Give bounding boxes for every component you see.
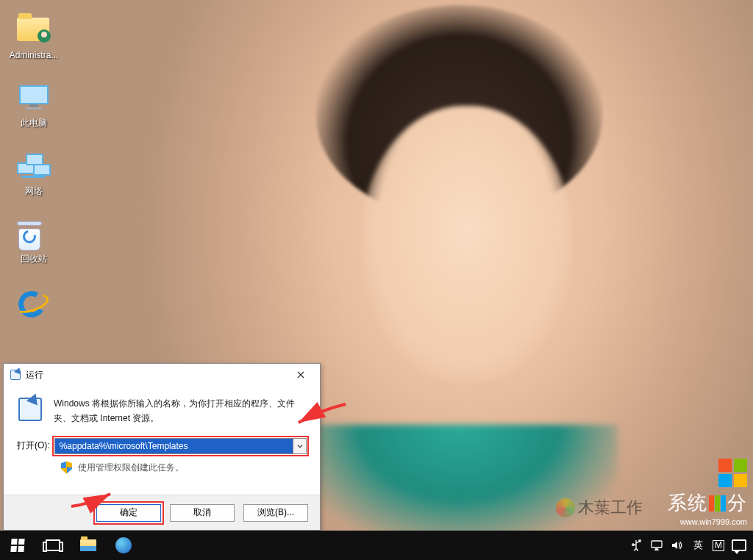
run-dialog-button-row: 确定 取消 浏览(B)... — [4, 495, 320, 530]
watermark-text: 分 — [727, 490, 747, 516]
tray-ime-mode[interactable]: M — [709, 531, 728, 560]
run-icon — [17, 396, 43, 423]
folder-icon — [17, 18, 49, 41]
run-dialog-titlebar[interactable]: 运行 — [4, 364, 320, 386]
open-label: 打开(O): — [17, 439, 50, 452]
tray-action-center[interactable] — [729, 531, 749, 560]
action-center-icon — [732, 539, 746, 551]
start-button[interactable] — [0, 531, 35, 560]
desktop-icon-this-pc[interactable]: 此电脑 — [7, 85, 60, 128]
open-combobox[interactable] — [54, 438, 307, 454]
admin-note: 使用管理权限创建此任务。 — [78, 462, 184, 474]
run-dialog-title: 运行 — [26, 369, 286, 381]
desktop-icon-label: 网络 — [7, 186, 60, 196]
monitor-icon — [651, 540, 663, 550]
run-icon — [10, 369, 21, 381]
tray-volume-icon[interactable] — [668, 531, 687, 560]
shield-icon — [61, 462, 72, 474]
watermark-text: 系统 — [668, 490, 707, 516]
internet-explorer-icon — [17, 290, 51, 319]
watermark-muye: 木葉工作 — [556, 497, 643, 519]
combobox-dropdown-button[interactable] — [293, 439, 306, 453]
desktop-icon-grid: Administra... 此电脑 网络 回收站 — [7, 13, 60, 344]
watermark-brand: 系统 分 www.win7999.com — [668, 459, 747, 526]
tray-usb-icon[interactable] — [627, 531, 646, 560]
desktop-icon-internet-explorer[interactable] — [7, 290, 60, 319]
speaker-icon — [671, 540, 683, 550]
svg-rect-0 — [652, 541, 662, 548]
ok-button[interactable]: 确定 — [96, 504, 161, 522]
windows-logo-icon — [718, 459, 747, 487]
edge-icon — [115, 537, 132, 553]
run-dialog: 运行 Windows 将根据你所输入的名称，为你打开相应的程序、文件夹、文档或 … — [3, 363, 321, 531]
taskbar-app-file-explorer[interactable] — [71, 531, 106, 560]
network-icon — [17, 154, 51, 183]
file-explorer-icon — [80, 539, 96, 551]
browse-button[interactable]: 浏览(B)... — [243, 504, 308, 522]
desktop-icon-label: 回收站 — [7, 254, 60, 264]
open-input[interactable] — [55, 439, 293, 453]
desktop-icon-recycle-bin[interactable]: 回收站 — [7, 221, 60, 264]
tray-ime-language[interactable]: 英 — [688, 531, 707, 560]
desktop-icon-administrator[interactable]: Administra... — [7, 18, 60, 60]
task-view-icon — [46, 539, 60, 551]
usb-icon — [631, 539, 641, 551]
close-button[interactable] — [286, 365, 315, 384]
desktop-icon-label: 此电脑 — [7, 118, 60, 128]
recycle-bin-icon — [17, 221, 51, 251]
close-icon — [297, 371, 304, 378]
task-view-button[interactable] — [35, 531, 71, 560]
watermark-url: www.win7999.com — [668, 517, 747, 526]
windows-logo-icon — [10, 539, 24, 552]
cancel-button[interactable]: 取消 — [170, 504, 235, 522]
muye-logo-icon — [556, 498, 575, 517]
tray-network-icon[interactable] — [647, 531, 666, 560]
computer-icon — [17, 85, 51, 115]
taskbar-app-edge[interactable] — [106, 531, 141, 560]
desktop-icon-network[interactable]: 网络 — [7, 154, 60, 196]
desktop-icon-label: Administra... — [7, 50, 60, 60]
chevron-down-icon — [297, 443, 303, 449]
run-dialog-description: Windows 将根据你所输入的名称，为你打开相应的程序、文件夹、文档或 Int… — [54, 396, 307, 426]
taskbar: 英 M — [0, 531, 753, 560]
